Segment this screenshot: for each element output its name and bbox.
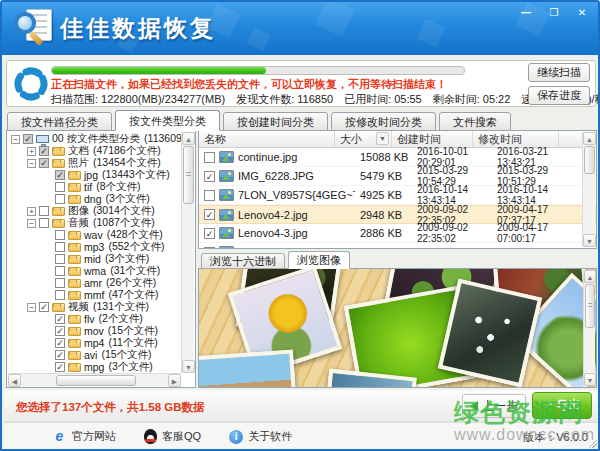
folder-icon xyxy=(68,267,81,276)
scan-stat-value: 122800(MB)/234277(MB) xyxy=(101,93,225,105)
preview-vscroll-thumb[interactable] xyxy=(585,284,595,328)
tree-vscroll-thumb[interactable] xyxy=(183,146,194,204)
image-file-icon xyxy=(219,151,234,163)
titlebar-deco xyxy=(416,18,445,47)
tree-checkbox[interactable]: ✓ xyxy=(55,170,65,180)
tree-item-视频[interactable]: −✓视频(131个文件) xyxy=(8,301,181,313)
list-vertical-scrollbar[interactable]: ▲ ▼ xyxy=(582,132,595,247)
file-size: 4925 KB xyxy=(355,189,412,201)
image-file-icon xyxy=(219,227,234,239)
tree-checkbox[interactable] xyxy=(55,278,65,288)
folder-icon xyxy=(52,147,65,156)
minimize-button[interactable]: — xyxy=(516,6,536,21)
tree-checkbox[interactable]: ✓ xyxy=(55,350,65,360)
footer-link-0[interactable]: e官方网站 xyxy=(52,429,116,444)
tree-expander-icon[interactable]: − xyxy=(27,159,36,168)
preview-tab-1[interactable]: 浏览图像 xyxy=(288,251,350,269)
titlebar: 佳佳数据恢复 — ❐ ✕ xyxy=(0,0,600,55)
tree-checkbox[interactable]: ✓ xyxy=(55,314,65,324)
scroll-down-icon[interactable]: ▼ xyxy=(584,373,596,386)
file-checkbox[interactable]: ✓ xyxy=(204,209,215,220)
column-header-name[interactable]: 名称 xyxy=(199,131,335,147)
category-tab-4[interactable]: 文件搜索 xyxy=(439,112,511,131)
file-row-2[interactable]: 7LON_V8957S{4GEG~T37I...4925 KB2016-10-1… xyxy=(199,186,596,205)
scan-stat-0: 扫描范围:122800(MB)/234277(MB) xyxy=(51,92,225,107)
tree-expander-icon[interactable]: − xyxy=(27,303,36,312)
scroll-left-icon[interactable]: ◀ xyxy=(8,374,21,387)
scroll-up-icon[interactable]: ▲ xyxy=(584,270,596,283)
sort-dropdown-icon[interactable]: ▾ xyxy=(376,132,389,145)
window-title: 佳佳数据恢复 xyxy=(60,13,216,44)
tree-item-tif[interactable]: tif(8个文件) xyxy=(8,181,181,193)
tree-item-jpg[interactable]: ✓jpg(13443个文件) xyxy=(8,169,181,181)
tree-checkbox[interactable] xyxy=(55,230,65,240)
tree-checkbox[interactable]: ✓ xyxy=(55,326,65,336)
scan-stat-3: 剩余时间:05:22 xyxy=(433,92,511,107)
category-tab-0[interactable]: 按文件路径分类 xyxy=(7,112,112,131)
column-header-created[interactable]: 创建时间 xyxy=(392,131,473,147)
tree-item-label: wma xyxy=(84,265,106,277)
file-checkbox[interactable]: ✓ xyxy=(204,171,215,182)
list-vscroll-thumb[interactable] xyxy=(584,146,595,174)
footer-link-2[interactable]: i关于软件 xyxy=(229,429,292,444)
scroll-up-icon[interactable]: ▲ xyxy=(182,132,195,145)
tree-item-mp4[interactable]: ✓mp4(11个文件) xyxy=(8,337,181,349)
previous-step-button[interactable]: 上一步 xyxy=(462,394,526,418)
tree-checkbox[interactable] xyxy=(55,290,65,300)
tree-checkbox[interactable] xyxy=(55,182,65,192)
file-checkbox[interactable] xyxy=(204,190,215,201)
scroll-up-icon[interactable]: ▲ xyxy=(583,132,596,145)
tree-expander-icon[interactable]: + xyxy=(27,147,36,156)
save-progress-button[interactable]: 保存进度 xyxy=(528,86,590,105)
tree-expander-icon[interactable]: − xyxy=(11,135,20,144)
folder-icon xyxy=(68,183,81,192)
tree-expander-icon[interactable]: − xyxy=(27,219,36,228)
tree-horizontal-scrollbar[interactable]: ◀ ▶ xyxy=(8,373,181,386)
tree-checkbox[interactable]: ✓ xyxy=(55,338,65,348)
tree-checkbox[interactable]: ✓ xyxy=(39,158,49,168)
folder-icon xyxy=(68,315,81,324)
tree-item-label: flv xyxy=(84,313,95,325)
restore-button[interactable]: ❐ xyxy=(544,6,564,21)
tree-checkbox[interactable]: ✓ xyxy=(39,146,49,156)
beach-photo-thumbnail[interactable] xyxy=(198,349,297,388)
category-tab-1[interactable]: 按文件类型分类 xyxy=(115,110,220,131)
scroll-down-icon[interactable]: ▼ xyxy=(182,360,195,373)
export-button[interactable]: ↗导出 xyxy=(532,392,592,419)
tree-checkbox[interactable] xyxy=(55,194,65,204)
tree-checkbox[interactable]: ✓ xyxy=(39,302,49,312)
tree-item-avi[interactable]: ✓avi(15个文件) xyxy=(8,349,181,361)
file-checkbox[interactable] xyxy=(204,247,215,250)
scroll-down-icon[interactable]: ▼ xyxy=(583,234,596,247)
tree-checkbox[interactable] xyxy=(55,242,65,252)
column-header-modified[interactable]: 修改时间 xyxy=(473,131,559,147)
scan-stat-label: 扫描范围: xyxy=(51,93,98,105)
tree-item-mp3[interactable]: mp3(552个文件) xyxy=(8,241,181,253)
scroll-right-icon[interactable]: ▶ xyxy=(168,374,181,387)
category-tab-2[interactable]: 按创建时间分类 xyxy=(223,112,328,131)
tree-vertical-scrollbar[interactable]: ▲ ▼ xyxy=(181,132,194,373)
resize-grip[interactable] xyxy=(588,439,597,448)
tree-checkbox[interactable] xyxy=(55,266,65,276)
close-button[interactable]: ✕ xyxy=(572,6,592,21)
file-checkbox[interactable]: ✓ xyxy=(204,228,215,239)
footer-link-1[interactable]: 客服QQ xyxy=(144,429,201,444)
tree-hscroll-thumb[interactable] xyxy=(56,375,136,386)
column-header-size[interactable]: 大小 ▾ xyxy=(335,131,392,147)
tree-checkbox[interactable]: ✓ xyxy=(23,134,33,144)
titlebar-deco xyxy=(315,0,355,37)
tree-checkbox[interactable] xyxy=(39,218,49,228)
preview-vertical-scrollbar[interactable]: ▲ ▼ xyxy=(583,270,595,386)
file-row-4[interactable]: ✓Lenovo4-3.jpg2886 KB2009-09-02 22:35:02… xyxy=(199,224,596,243)
tree-expander-icon[interactable]: + xyxy=(27,207,36,216)
tree-checkbox[interactable] xyxy=(39,206,49,216)
continue-scan-button[interactable]: 继续扫描 xyxy=(528,63,590,82)
scanning-spinner-icon xyxy=(12,65,50,103)
folder-icon xyxy=(68,195,81,204)
preview-tab-0[interactable]: 浏览十六进制 xyxy=(201,253,285,269)
file-checkbox[interactable] xyxy=(204,152,215,163)
file-type-tree-panel: −✓00 按文件类型分类(113609个文+✓文档(47186个文件)−✓照片(… xyxy=(6,130,196,388)
tree-checkbox[interactable] xyxy=(55,254,65,264)
tree-checkbox[interactable]: ✓ xyxy=(55,362,65,372)
category-tab-3[interactable]: 按修改时间分类 xyxy=(331,112,436,131)
